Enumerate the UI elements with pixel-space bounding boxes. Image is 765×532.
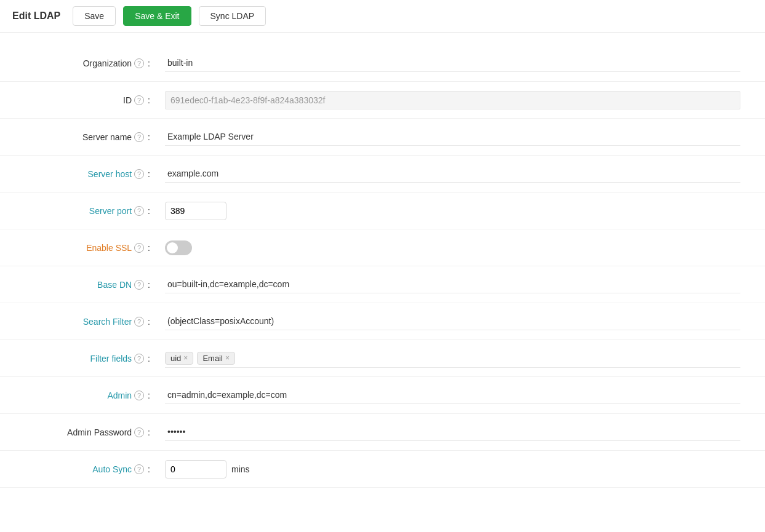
base-dn-row: Base DN ? : — [0, 266, 765, 303]
auto-sync-value: mins — [160, 460, 740, 478]
server-port-label-text: Server port — [89, 206, 132, 216]
server-host-help-icon[interactable]: ? — [134, 169, 144, 179]
server-name-label: Server name ? : — [25, 132, 160, 142]
auto-sync-help-icon[interactable]: ? — [134, 464, 144, 474]
organization-label: Organization ? : — [25, 58, 160, 68]
organization-label-text: Organization — [83, 58, 132, 68]
base-dn-value — [160, 276, 740, 293]
id-label: ID ? : — [25, 95, 160, 105]
header: Edit LDAP Save Save & Exit Sync LDAP — [0, 0, 765, 33]
filter-fields-help-icon[interactable]: ? — [134, 354, 144, 363]
server-port-help-icon[interactable]: ? — [134, 206, 144, 216]
page-title: Edit LDAP — [12, 10, 60, 22]
server-host-label: Server host ? : — [25, 169, 160, 179]
filter-fields-label: Filter fields ? : — [25, 354, 160, 363]
admin-password-input[interactable] — [165, 423, 740, 441]
admin-value — [160, 386, 740, 404]
filter-fields-label-text: Filter fields — [90, 354, 132, 363]
admin-label: Admin ? : — [25, 391, 160, 400]
search-filter-input[interactable] — [165, 312, 740, 330]
admin-password-help-icon[interactable]: ? — [134, 427, 144, 437]
auto-sync-unit: mins — [231, 464, 250, 474]
auto-sync-label: Auto Sync ? : — [25, 464, 160, 474]
organization-help-icon[interactable]: ? — [134, 58, 144, 68]
search-filter-value — [160, 312, 740, 330]
id-input — [165, 91, 740, 109]
admin-password-label: Admin Password ? : — [25, 427, 160, 437]
admin-help-icon[interactable]: ? — [134, 391, 144, 400]
admin-password-label-text: Admin Password — [67, 427, 132, 437]
form-container: Organization ? : ID ? : Server name ? — [0, 33, 765, 500]
enable-ssl-label: Enable SSL ? : — [25, 243, 160, 253]
server-host-input[interactable] — [165, 165, 740, 183]
server-port-value — [160, 202, 740, 220]
id-help-icon[interactable]: ? — [134, 95, 144, 105]
admin-row: Admin ? : — [0, 377, 765, 414]
server-name-help-icon[interactable]: ? — [134, 132, 144, 142]
server-name-label-text: Server name — [82, 132, 132, 142]
search-filter-label: Search Filter ? : — [25, 317, 160, 327]
enable-ssl-toggle[interactable] — [165, 240, 192, 255]
tag-email-label: Email — [202, 354, 223, 363]
server-name-row: Server name ? : — [0, 119, 765, 156]
base-dn-label-text: Base DN — [97, 280, 132, 290]
server-host-value — [160, 165, 740, 183]
filter-fields-row: Filter fields ? : uid × Email × — [0, 340, 765, 377]
admin-password-value — [160, 423, 740, 441]
search-filter-label-text: Search Filter — [83, 317, 132, 327]
search-filter-row: Search Filter ? : — [0, 303, 765, 340]
tag-uid-label: uid — [170, 354, 181, 363]
organization-value — [160, 54, 740, 72]
tag-uid: uid × — [165, 352, 193, 365]
server-name-value — [160, 128, 740, 146]
base-dn-input[interactable] — [165, 276, 740, 293]
organization-input[interactable] — [165, 54, 740, 72]
server-host-row: Server host ? : — [0, 156, 765, 193]
tag-uid-close[interactable]: × — [183, 354, 188, 362]
base-dn-help-icon[interactable]: ? — [134, 280, 144, 290]
id-value — [160, 91, 740, 109]
auto-sync-label-text: Auto Sync — [92, 464, 132, 474]
server-port-row: Server port ? : — [0, 193, 765, 229]
tag-email-close[interactable]: × — [225, 354, 230, 362]
server-host-label-text: Server host — [88, 169, 132, 179]
auto-sync-input[interactable] — [165, 460, 226, 478]
admin-password-row: Admin Password ? : — [0, 414, 765, 451]
server-port-input[interactable] — [165, 202, 226, 220]
search-filter-help-icon[interactable]: ? — [134, 317, 144, 327]
save-button[interactable]: Save — [73, 6, 116, 26]
sync-ldap-button[interactable]: Sync LDAP — [199, 6, 266, 26]
id-row: ID ? : — [0, 82, 765, 119]
organization-row: Organization ? : — [0, 45, 765, 82]
admin-label-text: Admin — [107, 391, 132, 400]
auto-sync-row: Auto Sync ? : mins — [0, 451, 765, 488]
enable-ssl-label-text: Enable SSL — [86, 243, 132, 253]
enable-ssl-help-icon[interactable]: ? — [134, 243, 144, 253]
filter-fields-value: uid × Email × — [160, 349, 740, 368]
enable-ssl-row: Enable SSL ? : — [0, 229, 765, 266]
server-port-label: Server port ? : — [25, 206, 160, 216]
base-dn-label: Base DN ? : — [25, 280, 160, 290]
save-exit-button[interactable]: Save & Exit — [123, 6, 191, 26]
enable-ssl-value — [160, 240, 740, 255]
server-name-input[interactable] — [165, 128, 740, 146]
admin-input[interactable] — [165, 386, 740, 404]
id-label-text: ID — [123, 95, 132, 105]
page-container: Edit LDAP Save Save & Exit Sync LDAP Org… — [0, 0, 765, 532]
toggle-slider — [165, 240, 192, 255]
tags-container: uid × Email × — [165, 349, 740, 368]
tag-email: Email × — [197, 352, 235, 365]
